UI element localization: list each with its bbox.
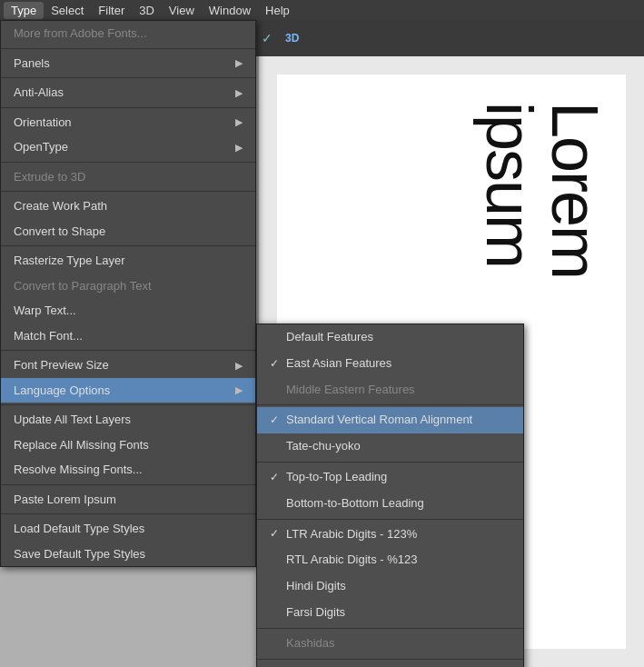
check-top-top: ✓ [270,469,282,486]
type-dropdown-menu: More from Adobe Fonts... Panels ▶ Anti-A… [0,20,256,567]
menu-help[interactable]: Help [258,2,297,19]
menu-warp-text[interactable]: Warp Text... [1,298,255,324]
check-hindi [270,577,282,596]
menu-create-work-path[interactable]: Create Work Path [1,194,255,219]
submenu-default-direction[interactable]: Default Direction [257,662,523,667]
menu-replace-fonts[interactable]: Replace All Missing Fonts [1,433,255,458]
opentype-arrow: ▶ [235,140,243,155]
menu-update-all[interactable]: Update All Text Layers [1,407,255,433]
sep2 [1,77,255,78]
check-tate [270,437,282,456]
font-preview-arrow: ▶ [235,358,243,373]
submenu-sep2 [257,462,523,463]
sep8 [1,404,255,405]
sep4 [1,162,255,163]
sep7 [1,350,255,351]
menu-window[interactable]: Window [202,2,258,19]
anti-alias-arrow: ▶ [235,85,243,101]
check-rtl-arabic [270,551,282,570]
menu-opentype[interactable]: OpenType ▶ [1,134,255,160]
submenu-sep3 [257,519,523,520]
commit-icon[interactable]: ✓ [257,28,277,48]
menu-filter[interactable]: Filter [91,2,132,19]
menu-match-font[interactable]: Match Font... [1,324,255,349]
check-standard-vertical: ✓ [270,412,282,429]
menu-convert-paragraph: Convert to Paragraph Text [1,274,255,299]
menu-font-preview-size[interactable]: Font Preview Size ▶ [1,353,255,378]
submenu-rtl-arabic[interactable]: RTL Arabic Digits - %123 [257,547,523,573]
sep5 [1,191,255,192]
orientation-arrow: ▶ [235,114,243,130]
menu-panels[interactable]: Panels ▶ [1,51,255,76]
menu-orientation[interactable]: Orientation ▶ [1,110,255,135]
submenu-top-to-top[interactable]: ✓ Top-to-Top Leading [257,464,523,491]
panels-arrow: ▶ [235,55,243,71]
menu-more-fonts: More from Adobe Fonts... [1,21,255,46]
sep3 [1,107,255,108]
menu-3d[interactable]: 3D [132,2,162,19]
menu-type[interactable]: Type [4,2,44,19]
submenu-sep1 [257,404,523,405]
submenu-sep4 [257,628,523,629]
menu-select[interactable]: Select [44,2,91,19]
menu-bar: Type Select Filter 3D View Window Help [0,0,644,20]
lorem-text: Loremipsum [477,102,608,278]
check-bottom-bottom [270,494,282,513]
menu-load-styles[interactable]: Load Default Type Styles [1,516,255,542]
check-farsi [270,603,282,622]
check-ltr-arabic: ✓ [270,525,282,543]
submenu-farsi[interactable]: Farsi Digits [257,600,523,626]
sep6 [1,245,255,246]
check-east-asian: ✓ [270,355,282,373]
submenu-tate-chu-yoko[interactable]: Tate-chu-yoko [257,433,523,460]
submenu-kashidas: Kashidas [257,631,523,657]
language-options-submenu: Default Features ✓ East Asian Features M… [256,324,524,667]
menu-save-styles[interactable]: Save Default Type Styles [1,542,255,567]
submenu-bottom-to-bottom[interactable]: Bottom-to-Bottom Leading [257,491,523,517]
submenu-sep5 [257,659,523,660]
submenu-ltr-arabic[interactable]: ✓ LTR Arabic Digits - 123% [257,522,523,548]
submenu-hindi[interactable]: Hindi Digits [257,573,523,600]
menu-resolve-fonts[interactable]: Resolve Missing Fonts... [1,457,255,483]
menu-anti-alias[interactable]: Anti-Alias ▶ [1,80,255,105]
language-options-arrow: ▶ [235,383,243,398]
sep1 [1,48,255,49]
submenu-default-features[interactable]: Default Features [257,324,523,351]
menu-extrude: Extrude to 3D [1,164,255,190]
sep10 [1,513,255,514]
check-middle-eastern [270,381,282,400]
check-kashidas [270,634,282,653]
menu-language-options[interactable]: Language Options ▶ [1,378,255,403]
check-default-features [270,328,282,347]
submenu-east-asian[interactable]: ✓ East Asian Features [257,351,523,377]
submenu-middle-eastern: Middle Eastern Features [257,377,523,403]
submenu-standard-vertical[interactable]: ✓ Standard Vertical Roman Alignment [257,407,523,433]
3d-icon[interactable]: 3D [282,28,302,48]
menu-convert-shape[interactable]: Convert to Shape [1,219,255,244]
menu-view[interactable]: View [162,2,202,19]
menu-paste-lorem[interactable]: Paste Lorem Ipsum [1,487,255,513]
sep9 [1,484,255,485]
menu-rasterize[interactable]: Rasterize Type Layer [1,248,255,274]
